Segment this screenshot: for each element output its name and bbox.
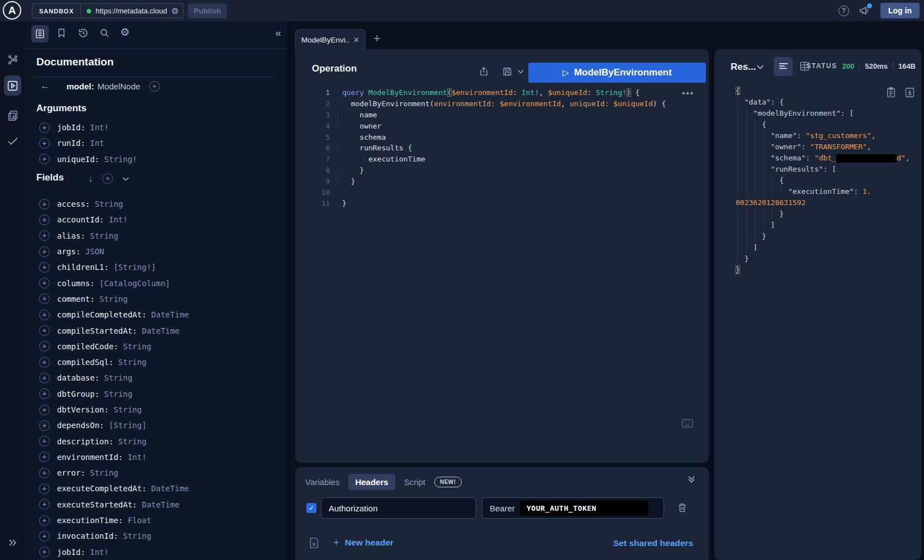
keyboard-shortcuts-icon[interactable]: [682, 419, 693, 428]
code-line[interactable]: 10: [295, 187, 709, 198]
delete-header-icon[interactable]: [677, 502, 687, 513]
announcements-icon[interactable]: [859, 6, 870, 16]
add-to-query-icon[interactable]: +: [39, 154, 50, 164]
field-type[interactable]: [CatalogColumn]: [94, 279, 170, 288]
field-type[interactable]: [String!]: [109, 263, 156, 272]
doc-field-row[interactable]: +dbtVersion: String: [25, 402, 287, 417]
endpoint-url-group[interactable]: SANDBOX https://metadata.cloud.get ⚙: [32, 3, 184, 18]
save-dropdown-chevron-icon[interactable]: [518, 69, 524, 74]
doc-field-row[interactable]: +accountId: Int!: [25, 212, 287, 227]
response-json[interactable]: { "data": { "modelByEnvironment": [ { "n…: [714, 85, 921, 275]
close-tab-icon[interactable]: ✕: [353, 36, 359, 44]
doc-field-row[interactable]: +description: String: [25, 433, 287, 449]
response-dropdown-chevron-icon[interactable]: [757, 65, 764, 69]
field-type[interactable]: JSON: [80, 247, 104, 256]
explorer-icon[interactable]: [0, 80, 25, 92]
back-arrow-icon[interactable]: ←: [40, 80, 50, 92]
save-operation-icon[interactable]: [502, 66, 513, 77]
collapse-panel-icon[interactable]: «: [275, 27, 281, 39]
schema-graph-icon[interactable]: [0, 54, 25, 66]
sort-fields-icon[interactable]: ↓: [88, 174, 93, 184]
code-line[interactable]: 5 schema: [295, 131, 709, 143]
response-dropdown[interactable]: Res...: [731, 61, 756, 73]
field-type[interactable]: String: [113, 437, 146, 446]
doc-field-row[interactable]: +database: String: [25, 370, 287, 386]
field-type[interactable]: String: [109, 405, 142, 414]
add-to-query-icon[interactable]: +: [39, 122, 50, 133]
operation-editor[interactable]: 1query ModelByEnvironment($environmentId…: [295, 87, 709, 209]
bookmarks-icon[interactable]: [56, 27, 67, 39]
collapse-bottom-panel-icon[interactable]: [688, 475, 695, 483]
code-line[interactable]: 2 modelByEnvironment(environmentId: $env…: [295, 98, 709, 110]
add-to-query-icon[interactable]: +: [39, 341, 50, 352]
tab-script[interactable]: Script: [404, 477, 425, 487]
field-type[interactable]: Int!: [123, 453, 146, 462]
doc-field-row[interactable]: +compiledCode: String: [25, 339, 287, 354]
add-to-query-icon[interactable]: +: [39, 452, 50, 462]
header-key-input[interactable]: Authorization: [321, 497, 476, 519]
add-all-fields-icon[interactable]: +: [102, 173, 113, 184]
header-enabled-checkbox[interactable]: ✓: [306, 503, 316, 513]
field-type[interactable]: String: [119, 342, 151, 351]
add-to-query-icon[interactable]: +: [39, 325, 50, 336]
field-type[interactable]: Int!: [104, 215, 127, 224]
add-to-query-icon[interactable]: +: [39, 215, 50, 225]
doc-field-row[interactable]: +columns: [CatalogColumn]: [25, 275, 287, 291]
field-type[interactable]: String: [86, 231, 119, 240]
sandbox-docs-icon[interactable]: [0, 110, 25, 122]
new-tab-icon[interactable]: +: [373, 31, 381, 46]
code-line[interactable]: 7 executionTime: [295, 154, 709, 165]
expand-rail-icon[interactable]: [0, 538, 25, 547]
add-to-query-icon[interactable]: +: [39, 405, 50, 415]
code-line[interactable]: 9 }: [295, 175, 709, 187]
field-type[interactable]: Int: [86, 139, 105, 148]
doc-field-row[interactable]: +error: String: [25, 465, 287, 481]
add-to-query-icon[interactable]: +: [39, 436, 50, 447]
doc-field-row[interactable]: +access: String: [25, 196, 287, 212]
add-to-query-icon[interactable]: +: [39, 499, 50, 510]
code-line[interactable]: 1query ModelByEnvironment($environmentId…: [295, 87, 709, 98]
doc-argument-row[interactable]: +runId: Int: [25, 135, 287, 151]
field-type[interactable]: Float: [123, 516, 151, 525]
publish-button[interactable]: Publish: [188, 3, 227, 18]
doc-field-row[interactable]: +jobId: Int!: [25, 544, 287, 560]
doc-field-row[interactable]: +executionTime: Float: [25, 512, 287, 528]
doc-field-row[interactable]: +comment: String: [25, 291, 287, 307]
operation-tab[interactable]: ModelByEnvi... ✕: [295, 29, 366, 50]
doc-field-row[interactable]: +executeCompletedAt: DateTime: [25, 481, 287, 496]
checks-icon[interactable]: [0, 136, 25, 147]
new-header-button[interactable]: + New header: [333, 537, 394, 549]
code-line[interactable]: 4 owner: [295, 120, 709, 131]
doc-field-row[interactable]: +executeStartedAt: DateTime: [25, 497, 287, 512]
code-line[interactable]: 6 runResults {: [295, 143, 709, 154]
share-operation-icon[interactable]: [478, 66, 489, 77]
add-to-query-icon[interactable]: +: [39, 199, 50, 210]
add-to-query-icon[interactable]: +: [39, 468, 50, 478]
doc-field-row[interactable]: +childrenL1: [String!]: [25, 259, 287, 275]
add-to-query-icon[interactable]: +: [39, 531, 50, 542]
doc-field-row[interactable]: +invocationId: String: [25, 528, 287, 544]
field-type[interactable]: String: [99, 390, 132, 398]
add-to-query-icon[interactable]: +: [39, 483, 50, 494]
login-button[interactable]: Log in: [880, 3, 920, 18]
add-to-query-icon[interactable]: +: [39, 293, 50, 304]
add-type-icon[interactable]: +: [149, 81, 160, 92]
doc-field-row[interactable]: +alias: String: [25, 228, 287, 244]
fields-chevron-icon[interactable]: [122, 177, 129, 181]
field-type[interactable]: [String]: [104, 421, 146, 430]
field-type[interactable]: String: [113, 358, 146, 367]
add-to-query-icon[interactable]: +: [39, 388, 50, 399]
field-type[interactable]: String: [119, 531, 151, 540]
field-type[interactable]: String: [99, 373, 132, 382]
doc-field-row[interactable]: +dbtGroup: String: [25, 386, 287, 402]
doc-argument-row[interactable]: +jobId: Int!: [25, 120, 287, 135]
history-icon[interactable]: [78, 27, 89, 39]
add-to-query-icon[interactable]: +: [39, 310, 50, 320]
field-type[interactable]: String: [94, 295, 127, 303]
field-type[interactable]: DateTime: [137, 326, 179, 335]
add-to-query-icon[interactable]: +: [39, 262, 50, 273]
add-to-query-icon[interactable]: +: [39, 515, 50, 526]
field-type[interactable]: Int!: [86, 548, 109, 557]
breadcrumb-type[interactable]: ModelNode: [97, 82, 140, 91]
tab-headers[interactable]: Headers: [348, 474, 395, 490]
